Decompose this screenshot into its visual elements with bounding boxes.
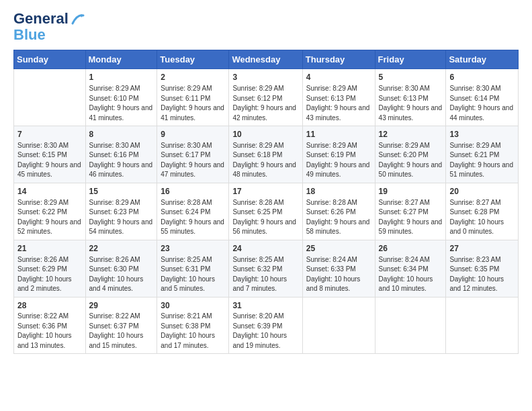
logo: General Blue	[13, 11, 85, 43]
calendar-cell: 19Sunrise: 8:27 AMSunset: 6:27 PMDayligh…	[375, 183, 446, 240]
cell-content: Sunrise: 8:30 AMSunset: 6:13 PMDaylight:…	[379, 84, 443, 123]
calendar-cell: 30Sunrise: 8:21 AMSunset: 6:38 PMDayligh…	[157, 297, 229, 354]
cell-content: Sunrise: 8:26 AMSunset: 6:30 PMDaylight:…	[89, 255, 154, 294]
day-number: 1	[89, 72, 154, 83]
cell-content: Sunrise: 8:29 AMSunset: 6:13 PMDaylight:…	[306, 84, 371, 123]
cell-content: Sunrise: 8:28 AMSunset: 6:26 PMDaylight:…	[306, 198, 371, 237]
day-number: 16	[161, 186, 225, 197]
calendar-cell: 6Sunrise: 8:30 AMSunset: 6:14 PMDaylight…	[446, 69, 519, 126]
calendar-cell: 18Sunrise: 8:28 AMSunset: 6:26 PMDayligh…	[302, 183, 375, 240]
day-number: 12	[379, 129, 443, 140]
cell-content: Sunrise: 8:30 AMSunset: 6:17 PMDaylight:…	[161, 141, 225, 180]
cell-content: Sunrise: 8:28 AMSunset: 6:24 PMDaylight:…	[161, 198, 225, 237]
cell-content: Sunrise: 8:29 AMSunset: 6:20 PMDaylight:…	[379, 141, 443, 180]
cell-content: Sunrise: 8:30 AMSunset: 6:15 PMDaylight:…	[17, 141, 82, 180]
day-number: 11	[306, 129, 371, 140]
calendar-week-row: 28Sunrise: 8:22 AMSunset: 6:36 PMDayligh…	[14, 297, 519, 354]
day-number: 31	[232, 300, 298, 312]
day-number: 28	[17, 300, 82, 312]
cell-content: Sunrise: 8:30 AMSunset: 6:14 PMDaylight:…	[449, 84, 515, 123]
calendar-cell: 8Sunrise: 8:30 AMSunset: 6:16 PMDaylight…	[85, 126, 157, 183]
calendar-cell: 21Sunrise: 8:26 AMSunset: 6:29 PMDayligh…	[14, 240, 86, 297]
calendar-cell: 5Sunrise: 8:30 AMSunset: 6:13 PMDaylight…	[375, 69, 446, 126]
day-number: 29	[89, 300, 154, 312]
header: General Blue	[13, 11, 519, 43]
calendar-cell	[14, 69, 86, 126]
day-number: 27	[449, 243, 515, 255]
calendar-cell: 23Sunrise: 8:25 AMSunset: 6:31 PMDayligh…	[157, 240, 229, 297]
weekday-header: Thursday	[302, 50, 375, 69]
cell-content: Sunrise: 8:27 AMSunset: 6:27 PMDaylight:…	[379, 198, 443, 237]
cell-content: Sunrise: 8:26 AMSunset: 6:29 PMDaylight:…	[17, 255, 82, 294]
weekday-header-row: SundayMondayTuesdayWednesdayThursdayFrid…	[14, 50, 519, 69]
cell-content: Sunrise: 8:29 AMSunset: 6:23 PMDaylight:…	[89, 198, 154, 237]
calendar-cell: 28Sunrise: 8:22 AMSunset: 6:36 PMDayligh…	[14, 297, 86, 354]
weekday-header: Sunday	[14, 50, 86, 69]
day-number: 8	[89, 129, 154, 140]
calendar-cell: 17Sunrise: 8:28 AMSunset: 6:25 PMDayligh…	[229, 183, 302, 240]
cell-content: Sunrise: 8:29 AMSunset: 6:21 PMDaylight:…	[449, 141, 515, 180]
calendar-cell: 9Sunrise: 8:30 AMSunset: 6:17 PMDaylight…	[157, 126, 229, 183]
calendar-cell: 10Sunrise: 8:29 AMSunset: 6:18 PMDayligh…	[229, 126, 302, 183]
calendar-cell: 13Sunrise: 8:29 AMSunset: 6:21 PMDayligh…	[446, 126, 519, 183]
day-number: 6	[449, 72, 515, 83]
calendar-cell: 27Sunrise: 8:23 AMSunset: 6:35 PMDayligh…	[446, 240, 519, 297]
day-number: 19	[379, 186, 443, 197]
cell-content: Sunrise: 8:29 AMSunset: 6:10 PMDaylight:…	[89, 84, 154, 123]
cell-content: Sunrise: 8:29 AMSunset: 6:12 PMDaylight:…	[232, 84, 298, 123]
calendar-cell	[446, 297, 519, 354]
calendar-cell: 2Sunrise: 8:29 AMSunset: 6:11 PMDaylight…	[157, 69, 229, 126]
cell-content: Sunrise: 8:28 AMSunset: 6:25 PMDaylight:…	[232, 198, 298, 237]
logo-blue: Blue	[13, 27, 46, 43]
cell-content: Sunrise: 8:25 AMSunset: 6:31 PMDaylight:…	[161, 255, 225, 294]
logo-text: General	[13, 11, 69, 27]
day-number: 9	[161, 129, 225, 140]
day-number: 22	[89, 243, 154, 255]
day-number: 21	[17, 243, 82, 255]
calendar-cell: 20Sunrise: 8:27 AMSunset: 6:28 PMDayligh…	[446, 183, 519, 240]
cell-content: Sunrise: 8:22 AMSunset: 6:37 PMDaylight:…	[89, 312, 154, 351]
calendar-cell: 16Sunrise: 8:28 AMSunset: 6:24 PMDayligh…	[157, 183, 229, 240]
calendar-week-row: 7Sunrise: 8:30 AMSunset: 6:15 PMDaylight…	[14, 126, 519, 183]
day-number: 7	[17, 129, 82, 140]
cell-content: Sunrise: 8:20 AMSunset: 6:39 PMDaylight:…	[232, 312, 298, 351]
calendar-cell: 14Sunrise: 8:29 AMSunset: 6:22 PMDayligh…	[14, 183, 86, 240]
day-number: 25	[306, 243, 371, 255]
day-number: 2	[161, 72, 225, 83]
calendar-cell: 15Sunrise: 8:29 AMSunset: 6:23 PMDayligh…	[85, 183, 157, 240]
day-number: 26	[379, 243, 443, 255]
calendar-week-row: 1Sunrise: 8:29 AMSunset: 6:10 PMDaylight…	[14, 69, 519, 126]
calendar-week-row: 14Sunrise: 8:29 AMSunset: 6:22 PMDayligh…	[14, 183, 519, 240]
calendar-cell: 3Sunrise: 8:29 AMSunset: 6:12 PMDaylight…	[229, 69, 302, 126]
day-number: 18	[306, 186, 371, 197]
calendar-cell: 31Sunrise: 8:20 AMSunset: 6:39 PMDayligh…	[229, 297, 302, 354]
calendar-cell: 7Sunrise: 8:30 AMSunset: 6:15 PMDaylight…	[14, 126, 86, 183]
day-number: 5	[379, 72, 443, 83]
calendar-week-row: 21Sunrise: 8:26 AMSunset: 6:29 PMDayligh…	[14, 240, 519, 297]
calendar-cell: 22Sunrise: 8:26 AMSunset: 6:30 PMDayligh…	[85, 240, 157, 297]
cell-content: Sunrise: 8:24 AMSunset: 6:34 PMDaylight:…	[379, 255, 443, 294]
calendar-cell: 11Sunrise: 8:29 AMSunset: 6:19 PMDayligh…	[302, 126, 375, 183]
calendar-cell: 29Sunrise: 8:22 AMSunset: 6:37 PMDayligh…	[85, 297, 157, 354]
weekday-header: Tuesday	[157, 50, 229, 69]
day-number: 14	[17, 186, 82, 197]
cell-content: Sunrise: 8:25 AMSunset: 6:32 PMDaylight:…	[232, 255, 298, 294]
cell-content: Sunrise: 8:29 AMSunset: 6:11 PMDaylight:…	[161, 84, 225, 123]
calendar-cell	[302, 297, 375, 354]
weekday-header: Friday	[375, 50, 446, 69]
calendar-cell: 25Sunrise: 8:24 AMSunset: 6:33 PMDayligh…	[302, 240, 375, 297]
day-number: 24	[232, 243, 298, 255]
cell-content: Sunrise: 8:29 AMSunset: 6:22 PMDaylight:…	[17, 198, 82, 237]
weekday-header: Monday	[85, 50, 157, 69]
calendar-cell: 1Sunrise: 8:29 AMSunset: 6:10 PMDaylight…	[85, 69, 157, 126]
day-number: 23	[161, 243, 225, 255]
cell-content: Sunrise: 8:22 AMSunset: 6:36 PMDaylight:…	[17, 312, 82, 351]
calendar-cell: 4Sunrise: 8:29 AMSunset: 6:13 PMDaylight…	[302, 69, 375, 126]
logo-icon	[70, 11, 85, 26]
cell-content: Sunrise: 8:30 AMSunset: 6:16 PMDaylight:…	[89, 141, 154, 180]
calendar-cell: 24Sunrise: 8:25 AMSunset: 6:32 PMDayligh…	[229, 240, 302, 297]
day-number: 20	[449, 186, 515, 197]
cell-content: Sunrise: 8:29 AMSunset: 6:19 PMDaylight:…	[306, 141, 371, 180]
cell-content: Sunrise: 8:24 AMSunset: 6:33 PMDaylight:…	[306, 255, 371, 294]
cell-content: Sunrise: 8:27 AMSunset: 6:28 PMDaylight:…	[449, 198, 515, 237]
